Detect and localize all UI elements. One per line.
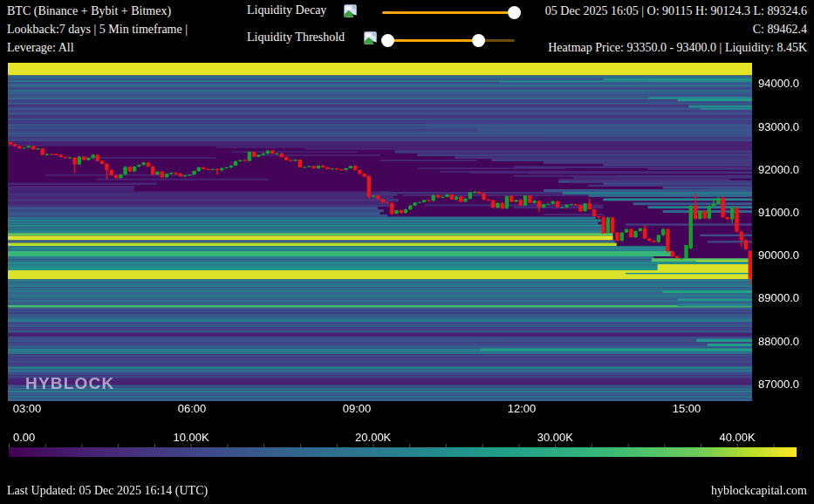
price-tick-label: 92000.0 bbox=[758, 163, 799, 176]
time-tick-label: 06:00 bbox=[178, 402, 207, 415]
price-tick-label: 88000.0 bbox=[758, 335, 799, 348]
price-tick-label: 89000.0 bbox=[758, 291, 799, 304]
price-tick-label: 94000.0 bbox=[758, 77, 799, 90]
last-updated: Last Updated: 05 Dec 2025 16:14 (UTC) bbox=[7, 484, 208, 498]
time-tick-label: 09:00 bbox=[343, 402, 372, 415]
colorbar-tick-label: 10.00K bbox=[173, 431, 209, 444]
time-tick-label: 12:00 bbox=[508, 402, 537, 415]
colorbar-tick-label: 0.00 bbox=[13, 431, 35, 444]
price-tick-label: 87000.0 bbox=[758, 378, 799, 391]
price-tick-label: 91000.0 bbox=[758, 206, 799, 219]
price-tick-label: 93000.0 bbox=[758, 120, 799, 133]
time-tick-label: 03:00 bbox=[13, 402, 42, 415]
price-tick-label: 90000.0 bbox=[758, 249, 799, 262]
heatmap-chart[interactable] bbox=[0, 0, 814, 504]
colorbar-tick-label: 20.00K bbox=[355, 431, 391, 444]
hyblock-watermark: HYBLOCK bbox=[25, 374, 114, 393]
time-tick-label: 15:00 bbox=[673, 402, 701, 415]
site-link[interactable]: hyblockcapital.com bbox=[711, 484, 807, 498]
colorbar-tick-label: 40.00K bbox=[719, 431, 755, 444]
colorbar-tick-label: 30.00K bbox=[537, 431, 573, 444]
liquidity-colorbar bbox=[9, 447, 797, 457]
